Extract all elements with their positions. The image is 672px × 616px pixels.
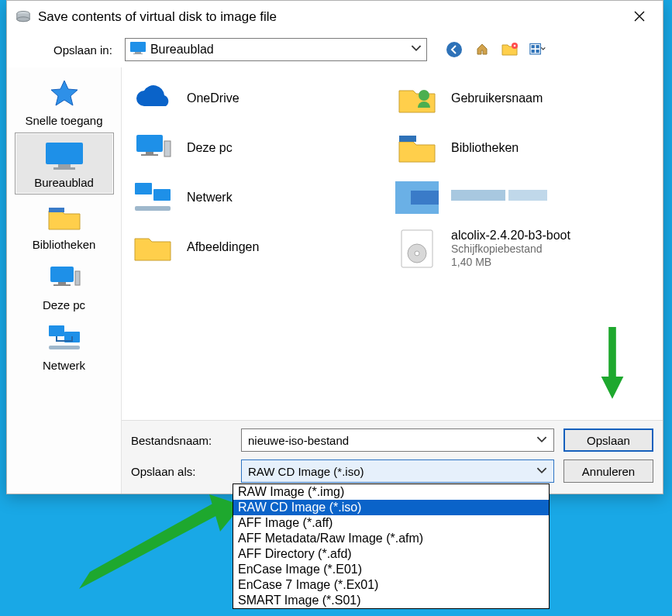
folder-icon — [131, 229, 174, 266]
dropdown-option[interactable]: AFF Directory (*.afd) — [233, 546, 549, 562]
svg-rect-27 — [164, 141, 171, 157]
sidebar-item-label: Netwerk — [43, 359, 85, 372]
svg-rect-28 — [135, 183, 152, 194]
file-label — [451, 190, 560, 205]
desktop-icon — [43, 139, 86, 173]
svg-rect-11 — [531, 50, 534, 53]
file-item-network[interactable]: Netwerk — [128, 174, 392, 221]
svg-rect-21 — [49, 325, 64, 336]
chevron-down-icon — [536, 465, 547, 478]
svg-rect-12 — [536, 50, 539, 53]
filetype-combo[interactable]: RAW CD Image (*.iso) — [241, 459, 554, 483]
svg-rect-15 — [53, 167, 75, 170]
svg-rect-2 — [130, 42, 146, 52]
file-list[interactable]: OneDrive Deze pc Netwerk Afbeeldingen — [122, 67, 663, 420]
svg-rect-19 — [53, 284, 71, 286]
file-label: Gebruikersnaam — [451, 91, 543, 105]
file-item-pictures[interactable]: Afbeeldingen — [128, 224, 392, 270]
svg-rect-4 — [133, 53, 143, 54]
filetype-label: Opslaan als: — [131, 465, 232, 478]
sidebar-item-desktop[interactable]: Bureaublad — [15, 132, 114, 194]
svg-rect-17 — [50, 267, 74, 282]
file-label: Netwerk — [187, 191, 233, 205]
new-folder-icon[interactable] — [501, 41, 519, 58]
dropdown-option[interactable]: AFF Image (*.aff) — [233, 515, 549, 531]
sidebar-item-label: Bureaublad — [34, 176, 94, 189]
annotation-arrow-diag — [79, 480, 242, 589]
file-item-user[interactable]: Gebruikersnaam — [392, 75, 656, 122]
places-sidebar: Snelle toegang Bureaublad Bibliotheken D… — [7, 67, 122, 494]
window-title: Save contents of virtual disk to image f… — [38, 9, 277, 25]
back-icon[interactable] — [446, 41, 463, 58]
file-label: Afbeeldingen — [187, 240, 259, 254]
network-icon — [131, 179, 174, 216]
svg-rect-24 — [136, 135, 163, 152]
svg-rect-13 — [46, 143, 83, 164]
svg-point-39 — [415, 251, 419, 256]
disk-icon — [15, 9, 32, 26]
dropdown-option[interactable]: RAW Image (*.img) — [233, 484, 549, 500]
filetype-dropdown[interactable]: RAW Image (*.img) RAW CD Image (*.iso) A… — [233, 484, 550, 609]
dropdown-option[interactable]: SMART Image (*.S01) — [233, 593, 549, 608]
network-icon — [46, 324, 83, 356]
view-menu-icon[interactable] — [529, 41, 546, 58]
svg-marker-41 — [79, 502, 222, 589]
cloud-icon — [131, 80, 174, 117]
cancel-button[interactable]: Annuleren — [563, 459, 653, 483]
pc-icon — [131, 129, 174, 167]
svg-rect-32 — [399, 136, 416, 142]
file-label: Deze pc — [187, 141, 233, 155]
filename-label: Bestandsnaam: — [131, 434, 232, 447]
up-icon[interactable] — [474, 41, 491, 58]
dropdown-option[interactable]: EnCase 7 Image (*.Ex01) — [233, 577, 549, 593]
sidebar-item-this-pc[interactable]: Deze pc — [15, 256, 114, 317]
svg-rect-40 — [608, 327, 616, 377]
titlebar: Save contents of virtual disk to image f… — [7, 1, 663, 33]
svg-rect-16 — [49, 208, 64, 212]
disc-file-icon — [395, 230, 439, 267]
svg-point-31 — [419, 90, 429, 101]
svg-rect-35 — [451, 190, 505, 201]
dropdown-option[interactable]: RAW CD Image (*.iso) — [233, 500, 549, 515]
svg-rect-20 — [75, 271, 80, 285]
image-icon — [395, 179, 439, 216]
filename-input[interactable]: nieuwe-iso-bestand — [241, 428, 554, 452]
svg-rect-30 — [135, 206, 171, 211]
save-button[interactable]: Opslaan — [563, 428, 653, 452]
pc-icon — [46, 263, 83, 295]
svg-point-5 — [446, 42, 462, 57]
location-combo[interactable]: Bureaublad — [125, 38, 427, 61]
svg-rect-14 — [58, 164, 71, 167]
dropdown-option[interactable]: EnCase Image (*.E01) — [233, 562, 549, 577]
sidebar-item-quick-access[interactable]: Snelle toegang — [15, 72, 114, 132]
file-item-this-pc[interactable]: Deze pc — [128, 125, 392, 171]
svg-rect-36 — [508, 190, 547, 201]
file-item-blurred[interactable] — [392, 174, 656, 221]
svg-rect-26 — [141, 154, 158, 156]
desktop-icon — [130, 42, 146, 57]
libraries-icon — [46, 201, 83, 235]
filename-value: nieuwe-iso-bestand — [248, 434, 349, 447]
file-item-onedrive[interactable]: OneDrive — [128, 75, 392, 122]
location-text: Bureaublad — [150, 43, 214, 57]
svg-rect-25 — [146, 152, 153, 154]
filetype-value: RAW CD Image (*.iso) — [248, 465, 364, 478]
svg-rect-18 — [58, 282, 66, 284]
close-button[interactable] — [624, 9, 655, 26]
svg-rect-3 — [135, 52, 141, 53]
file-item-iso[interactable]: alcolix-2.4.20-b3-boot Schijfkopiebestan… — [392, 224, 656, 274]
file-item-libraries[interactable]: Bibliotheken — [392, 125, 656, 171]
sidebar-item-libraries[interactable]: Bibliotheken — [15, 194, 114, 256]
save-dialog: Save contents of virtual disk to image f… — [6, 0, 663, 494]
location-label: Opslaan in: — [53, 43, 112, 57]
chevron-down-icon — [411, 43, 422, 57]
location-toolbar: Opslaan in: Bureaublad — [7, 33, 663, 67]
annotation-arrow-down — [600, 325, 625, 403]
dropdown-option[interactable]: AFF Metadata/Raw Image (*.afm) — [233, 531, 549, 546]
file-label: OneDrive — [187, 91, 240, 105]
sidebar-item-network[interactable]: Netwerk — [15, 317, 114, 377]
file-label: Bibliotheken — [451, 141, 519, 155]
svg-rect-9 — [531, 45, 534, 48]
sidebar-item-label: Snelle toegang — [25, 114, 102, 127]
toolbar-icons — [446, 41, 546, 58]
